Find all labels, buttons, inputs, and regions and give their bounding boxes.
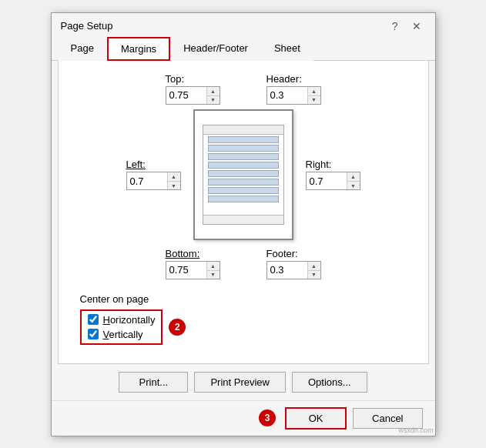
watermark: wsxdn.com — [398, 426, 433, 434]
page-setup-dialog: Page Setup ? ✕ Page Margins 1 Header/Foo… — [51, 12, 436, 436]
header-spinner: ▲ ▼ — [266, 86, 321, 105]
header-up-btn[interactable]: ▲ — [308, 87, 320, 95]
preview-footer-area — [203, 215, 283, 224]
preview-row — [208, 170, 279, 177]
preview-row — [208, 153, 279, 160]
title-bar-controls: ? ✕ — [387, 19, 426, 33]
tab-bar: Page Margins 1 Header/Footer Sheet — [52, 36, 435, 61]
left-up-btn[interactable]: ▲ — [168, 172, 180, 181]
center-on-page-section: Center on page Horizontally Vertically — [71, 287, 416, 351]
top-input[interactable] — [166, 87, 206, 104]
bottom-spinner-buttons: ▲ ▼ — [206, 262, 220, 279]
preview-row — [208, 179, 279, 186]
options-button[interactable]: Options... — [292, 372, 367, 393]
left-spinner: ▲ ▼ — [126, 172, 181, 190]
badge-two: 2 — [169, 319, 186, 336]
title-bar-left: Page Setup — [61, 20, 113, 32]
tab-sheet[interactable]: Sheet — [261, 37, 313, 61]
page-preview — [193, 109, 293, 240]
tab-header-footer[interactable]: Header/Footer — [170, 37, 261, 61]
top-spinner-buttons: ▲ ▼ — [206, 87, 220, 104]
top-label: Top: — [166, 73, 185, 85]
footer-input[interactable] — [267, 262, 307, 279]
page-preview-inner — [203, 125, 284, 225]
checkboxes-area: Horizontally Vertically — [80, 309, 163, 345]
margins-layout: Top: ▲ ▼ Header: ▲ — [71, 73, 416, 279]
bottom-bar: 3 OK Cancel wsxdn.com — [52, 400, 435, 436]
badge-three: 3 — [259, 410, 276, 426]
header-label: Header: — [266, 73, 302, 85]
right-spinner: ▲ ▼ — [306, 172, 360, 190]
right-up-btn[interactable]: ▲ — [347, 172, 360, 181]
left-down-btn[interactable]: ▼ — [168, 181, 180, 189]
header-down-btn[interactable]: ▼ — [308, 95, 320, 104]
footer-field-group: Footer: ▲ ▼ — [266, 248, 321, 279]
preview-row — [208, 136, 279, 143]
print-preview-button[interactable]: Print Preview — [194, 372, 286, 393]
top-down-btn[interactable]: ▼ — [207, 95, 220, 104]
footer-spinner-buttons: ▲ ▼ — [307, 262, 320, 279]
horizontally-label: Horizontally — [103, 314, 156, 326]
left-spinner-buttons: ▲ ▼ — [167, 172, 180, 189]
preview-row — [208, 162, 279, 169]
footer-down-btn[interactable]: ▼ — [308, 270, 320, 279]
footer-spinner: ▲ ▼ — [266, 261, 321, 279]
cancel-button[interactable]: Cancel — [353, 408, 422, 429]
right-input[interactable] — [307, 172, 347, 189]
tab-margins[interactable]: Margins 1 — [107, 37, 170, 61]
left-field-group: Left: ▲ ▼ — [126, 159, 181, 190]
header-field-group: Header: ▲ ▼ — [266, 73, 321, 105]
preview-row — [208, 196, 279, 202]
close-button[interactable]: ✕ — [407, 19, 426, 33]
bottom-fields-row: Bottom: ▲ ▼ Footer: ▲ — [71, 248, 416, 279]
bottom-field-group: Bottom: ▲ ▼ — [166, 248, 220, 279]
header-input[interactable] — [267, 87, 307, 104]
tab-content: Top: ▲ ▼ Header: ▲ — [58, 61, 429, 364]
top-fields-row: Top: ▲ ▼ Header: ▲ — [71, 73, 416, 105]
title-bar: Page Setup ? ✕ — [52, 13, 435, 36]
horizontally-checkbox[interactable] — [88, 314, 99, 325]
preview-table — [208, 136, 279, 213]
dialog-title: Page Setup — [61, 20, 113, 32]
footer-up-btn[interactable]: ▲ — [308, 262, 320, 270]
footer-label: Footer: — [266, 248, 298, 259]
help-button[interactable]: ? — [387, 19, 403, 33]
top-up-btn[interactable]: ▲ — [207, 87, 220, 95]
ok-button[interactable]: OK — [285, 407, 347, 430]
center-on-page-label: Center on page — [80, 293, 407, 305]
right-down-btn[interactable]: ▼ — [347, 181, 360, 189]
left-input[interactable] — [127, 172, 167, 189]
horizontally-checkbox-row[interactable]: Horizontally — [88, 314, 156, 326]
bottom-up-btn[interactable]: ▲ — [207, 262, 220, 270]
header-spinner-buttons: ▲ ▼ — [307, 87, 320, 104]
top-field-group: Top: ▲ ▼ — [166, 73, 220, 105]
right-label: Right: — [306, 159, 332, 170]
preview-row — [208, 145, 279, 152]
vertically-label: Vertically — [103, 329, 143, 340]
action-row: Print... Print Preview Options... — [58, 364, 429, 400]
vertically-checkbox[interactable] — [88, 329, 99, 339]
left-label: Left: — [126, 159, 146, 170]
top-spinner: ▲ ▼ — [166, 86, 220, 105]
bottom-down-btn[interactable]: ▼ — [207, 270, 220, 279]
print-button[interactable]: Print... — [119, 372, 188, 393]
bottom-label: Bottom: — [166, 248, 200, 259]
vertically-checkbox-row[interactable]: Vertically — [88, 329, 156, 340]
right-field-group: Right: ▲ ▼ — [306, 159, 360, 190]
right-spinner-buttons: ▲ ▼ — [347, 172, 360, 189]
bottom-spinner: ▲ ▼ — [166, 261, 220, 279]
bottom-input[interactable] — [166, 262, 206, 279]
middle-row: Left: ▲ ▼ — [71, 109, 416, 240]
preview-row — [208, 187, 279, 194]
tab-page[interactable]: Page — [58, 37, 107, 61]
preview-header-area — [203, 125, 283, 135]
